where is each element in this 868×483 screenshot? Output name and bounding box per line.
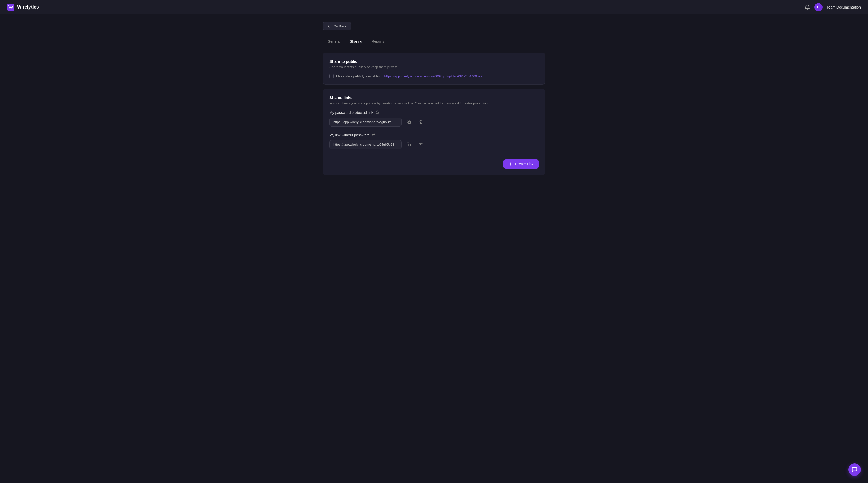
workspace-name: Team Documentation — [827, 5, 861, 9]
delete-password-link-button[interactable] — [416, 117, 426, 127]
password-link-section: My password protected link — [330, 110, 538, 127]
password-link-row — [330, 117, 538, 127]
svg-rect-2 — [376, 112, 378, 114]
plus-icon — [509, 162, 513, 166]
no-password-link-input[interactable] — [330, 140, 402, 149]
header: Wirelytics D Team Documentation — [0, 0, 868, 14]
notification-bell-icon[interactable] — [804, 4, 810, 10]
svg-rect-5 — [408, 144, 411, 146]
create-link-row: Create Link — [330, 155, 538, 169]
shared-links-card: Shared links You can keep your stats pri… — [323, 89, 545, 175]
share-to-public-subtitle: Share your stats publicly or keep them p… — [330, 65, 538, 69]
tab-sharing[interactable]: Sharing — [345, 37, 367, 46]
header-right: D Team Documentation — [804, 3, 861, 11]
no-password-link-row — [330, 140, 538, 149]
copy-no-password-link-button[interactable] — [404, 140, 413, 149]
arrow-left-icon — [327, 24, 332, 28]
header-left: Wirelytics — [7, 4, 39, 11]
public-checkbox[interactable] — [330, 74, 334, 78]
copy-icon-2 — [407, 142, 411, 147]
share-to-public-card: Share to public Share your stats publicl… — [323, 53, 545, 85]
public-url-link[interactable]: https://app.wirelytic.com/climsidur0002q… — [384, 74, 484, 78]
chat-bubble-button[interactable] — [848, 463, 861, 476]
avatar[interactable]: D — [814, 3, 823, 11]
svg-rect-3 — [408, 121, 411, 124]
copy-password-link-button[interactable] — [404, 117, 413, 127]
logo-icon — [7, 4, 14, 11]
create-link-button[interactable]: Create Link — [503, 159, 538, 169]
copy-icon — [407, 120, 411, 124]
go-back-button[interactable]: Go Back — [323, 22, 351, 30]
tab-general[interactable]: General — [323, 37, 345, 46]
chat-icon — [852, 467, 858, 473]
delete-no-password-link-button[interactable] — [416, 140, 426, 149]
lock-open-icon — [372, 133, 375, 137]
lock-icon — [375, 110, 379, 115]
svg-rect-4 — [372, 134, 375, 136]
main-content: Go Back General Sharing Reports Share to… — [318, 14, 550, 187]
trash-icon-2 — [419, 142, 423, 147]
checkbox-label: Make stats publicly available on https:/… — [336, 74, 484, 78]
no-password-link-label: My link without password — [330, 133, 538, 137]
tabs: General Sharing Reports — [323, 37, 545, 46]
trash-icon — [419, 120, 423, 124]
share-to-public-title: Share to public — [330, 59, 538, 64]
password-link-label: My password protected link — [330, 110, 538, 115]
public-checkbox-row: Make stats publicly available on https:/… — [330, 74, 538, 78]
password-link-input[interactable] — [330, 118, 402, 127]
no-password-link-section: My link without password — [330, 133, 538, 149]
shared-links-title: Shared links — [330, 95, 538, 100]
tab-reports[interactable]: Reports — [367, 37, 389, 46]
shared-links-subtitle: You can keep your stats private by creat… — [330, 101, 538, 105]
logo-text: Wirelytics — [17, 4, 39, 10]
